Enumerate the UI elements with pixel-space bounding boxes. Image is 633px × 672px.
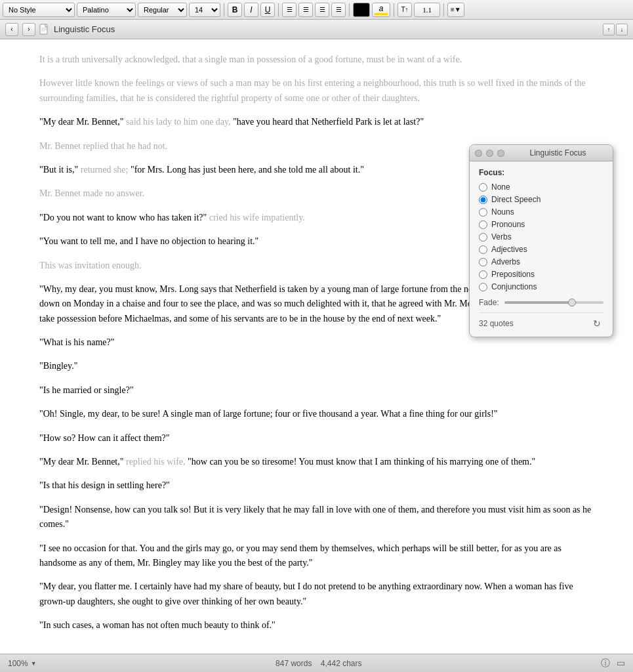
option-verbs[interactable]: Verbs <box>479 232 603 242</box>
share-icon[interactable]: ⓘ <box>601 658 610 669</box>
title-nav-arrows: ↑ ↓ <box>603 24 628 35</box>
text-narrative-9: This was invitation enough. <box>39 261 142 270</box>
refresh-button[interactable]: ↻ <box>590 317 603 330</box>
char-count: 4,442 chars <box>321 659 362 668</box>
word-char-count: 847 words 4,442 chars <box>276 659 361 668</box>
option-conjunctions[interactable]: Conjunctions <box>479 282 603 291</box>
weight-select[interactable]: Regular <box>138 3 187 17</box>
quotes-row: 32 quotes ↻ <box>479 312 603 330</box>
line-height-button[interactable]: 1.1 <box>414 3 440 17</box>
zoom-arrow-icon[interactable]: ▼ <box>31 660 37 667</box>
toolbar-sep-3 <box>349 3 350 16</box>
close-button[interactable] <box>475 150 482 157</box>
toolbar-sep-1 <box>224 3 224 16</box>
paragraph-18: "Design! Nonsense, how can you talk so! … <box>39 503 594 532</box>
radio-adjectives[interactable] <box>479 245 487 254</box>
option-prepositions[interactable]: Prepositions <box>479 270 603 279</box>
option-adverbs[interactable]: Adverbs <box>479 257 603 266</box>
text-narrative-1: It is a truth universally acknowledged, … <box>39 54 462 64</box>
line-height-value: 1.1 <box>422 6 432 14</box>
speech-8: "You want to tell me, and I have no obje… <box>39 236 258 246</box>
radio-none[interactable] <box>479 183 487 192</box>
align-right-button[interactable]: ☰ <box>315 3 329 17</box>
paragraph-19: "I see no occasion for that. You and the… <box>39 541 594 571</box>
paragraph-14: "Oh! Single, my dear, to be sure! A sing… <box>39 407 594 421</box>
speech-12: "Bingley." <box>39 361 77 371</box>
paragraph-1: It is a truth universally acknowledged, … <box>39 52 594 67</box>
fade-row: Fade: <box>479 298 603 307</box>
paragraph-15: "How so? How can it affect them?" <box>39 431 594 446</box>
label-direct-speech: Direct Speech <box>491 195 541 204</box>
option-none[interactable]: None <box>479 182 603 192</box>
size-select[interactable]: 14 <box>189 3 220 17</box>
paragraph-12: "Bingley." <box>39 359 594 373</box>
speech-15: "How so? How can it affect them?" <box>39 433 170 443</box>
speech-20: "My dear, you flatter me. I certainly ha… <box>39 581 573 606</box>
maximize-button[interactable] <box>497 150 504 157</box>
label-none: None <box>491 182 510 192</box>
font-select[interactable]: Palatino <box>77 3 136 17</box>
speech-18: "Design! Nonsense, how can you talk so! … <box>39 505 591 529</box>
radio-pronouns[interactable] <box>479 220 487 229</box>
text-narrative-4: Mr. Bennet replied that he had not. <box>39 141 167 151</box>
align-center-button[interactable]: ☰ <box>298 3 313 17</box>
minimize-button[interactable] <box>486 150 493 157</box>
prev-annotation-button[interactable]: ↑ <box>603 24 615 35</box>
radio-direct-speech[interactable] <box>479 196 487 204</box>
toolbar-sep-5 <box>443 3 444 16</box>
titlebar: ‹ › Linguistic Focus ↑ ↓ <box>0 20 633 39</box>
radio-nouns[interactable] <box>479 208 487 217</box>
paragraph-16: "My dear Mr. Bennet," replied his wife, … <box>39 455 594 469</box>
option-direct-speech[interactable]: Direct Speech <box>479 195 603 204</box>
radio-adverbs[interactable] <box>479 258 487 266</box>
document-title: Linguistic Focus <box>54 24 115 34</box>
align-justify-button[interactable]: ☰ <box>331 3 346 17</box>
paragraph-20: "My dear, you flatter me. I certainly ha… <box>39 579 594 609</box>
highlight-button[interactable]: a <box>372 3 390 17</box>
paragraph-11: "What is his name?" <box>39 335 594 350</box>
text-narrative-6: Mr. Bennet made no answer. <box>39 188 144 198</box>
radio-conjunctions[interactable] <box>479 283 487 291</box>
zoom-value: 100% <box>8 659 28 668</box>
panel-titlebar: Linguistic Focus <box>470 145 613 161</box>
speech-3a: "My dear Mr. Bennet," <box>39 117 123 127</box>
nav-back-button[interactable]: ‹ <box>5 23 18 36</box>
linguistic-focus-panel: Linguistic Focus Focus: None Direct Spee… <box>469 144 613 337</box>
bold-button[interactable]: B <box>228 3 242 17</box>
fade-slider[interactable] <box>504 301 603 304</box>
main-area: It is a truth universally acknowledged, … <box>0 39 633 654</box>
label-prepositions: Prepositions <box>491 270 535 279</box>
expand-icon[interactable]: ▭ <box>617 658 625 669</box>
speech-19: "I see no occasion for that. You and the… <box>39 543 562 568</box>
radio-verbs[interactable] <box>479 233 487 242</box>
toolbar-sep-4 <box>394 3 394 16</box>
option-adjectives[interactable]: Adjectives <box>479 245 603 254</box>
fade-label: Fade: <box>479 298 499 307</box>
list-button[interactable]: ≡▼ <box>447 3 464 17</box>
font-size-increase-button[interactable]: T↑ <box>398 3 412 17</box>
italic-button[interactable]: I <box>244 3 258 17</box>
align-left-button[interactable]: ☰ <box>282 3 296 17</box>
panel-title: Linguistic Focus <box>508 148 607 158</box>
speech-7a: "Do you not want to know who has taken i… <box>39 213 207 222</box>
document-icon <box>39 24 50 35</box>
style-select[interactable]: No Style <box>3 3 75 17</box>
text-5b: returned she; <box>78 165 131 175</box>
text-narrative-2: However little known the feelings or vie… <box>39 78 586 102</box>
paragraph-13: "Is he married or single?" <box>39 383 594 398</box>
underline-button[interactable]: U <box>260 3 275 17</box>
speech-3c: "have you heard that Netherfield Park is… <box>233 117 424 127</box>
paragraph-3: "My dear Mr. Bennet," said his lady to h… <box>39 115 594 129</box>
text-color-swatch[interactable] <box>353 3 370 17</box>
nav-forward-button[interactable]: › <box>22 23 35 36</box>
next-annotation-button[interactable]: ↓ <box>616 24 628 35</box>
speech-5a: "But it is," <box>39 165 78 175</box>
toolbar: No Style Palatino Regular 14 B I U ☰ ☰ ☰… <box>0 0 633 20</box>
option-pronouns[interactable]: Pronouns <box>479 220 603 229</box>
quotes-count: 32 quotes <box>479 319 514 328</box>
option-nouns[interactable]: Nouns <box>479 207 603 217</box>
speech-17: "Is that his design in settling here?" <box>39 480 170 490</box>
document-area[interactable]: It is a truth universally acknowledged, … <box>0 39 633 654</box>
speech-5c: "for Mrs. Long has just been here, and s… <box>131 165 364 175</box>
radio-prepositions[interactable] <box>479 270 487 279</box>
